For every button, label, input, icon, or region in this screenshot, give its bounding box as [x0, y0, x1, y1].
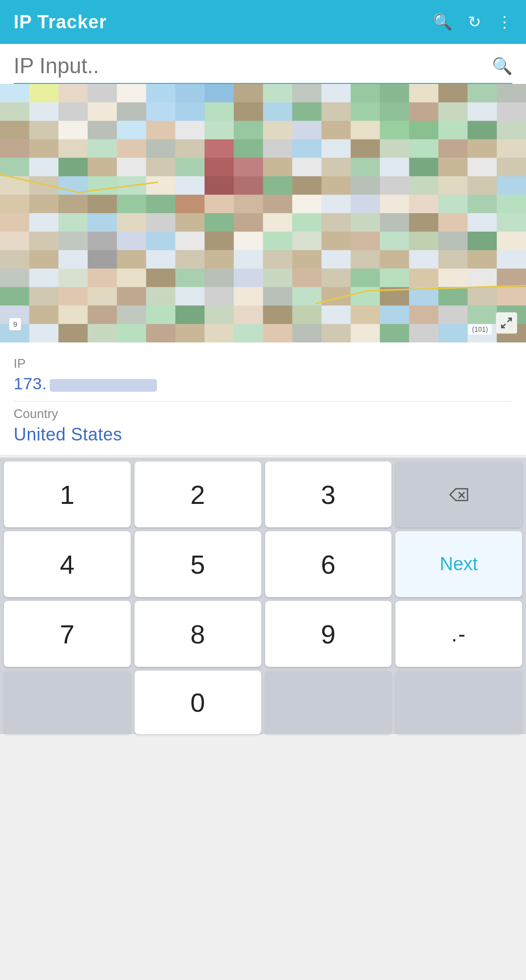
country-field-value: United States	[14, 424, 512, 455]
fullscreen-button[interactable]	[496, 312, 517, 334]
ip-divider	[14, 401, 512, 401]
ip-blurred	[50, 379, 157, 392]
key-4[interactable]: 4	[4, 531, 131, 597]
key-empty-middle	[265, 671, 392, 734]
key-empty-right	[395, 671, 522, 734]
refresh-icon[interactable]: ↻	[468, 13, 481, 31]
key-1[interactable]: 1	[4, 461, 131, 527]
key-next[interactable]: Next	[395, 531, 522, 597]
map-overlay-badge: (101)	[468, 324, 492, 335]
map-road-badge: 9	[9, 318, 21, 331]
key-9[interactable]: 9	[265, 601, 392, 667]
key-5[interactable]: 5	[135, 531, 261, 597]
more-options-icon[interactable]: ⋮	[497, 13, 512, 31]
key-dot-dash[interactable]: .-	[395, 601, 522, 667]
keyboard-row-1: 1 2 3	[4, 461, 522, 527]
country-field-label: Country	[14, 406, 512, 421]
keyboard-row-4: 0	[4, 671, 522, 734]
ip-field-value: 173.	[14, 374, 47, 393]
key-6[interactable]: 6	[265, 531, 392, 597]
app-title: IP Tracker	[14, 12, 433, 33]
app-bar: IP Tracker 🔍 ↻ ⋮	[0, 0, 526, 44]
map-view: 9 (101)	[0, 84, 526, 342]
ip-input-section: 🔍	[0, 44, 526, 84]
search-input-icon[interactable]: 🔍	[492, 56, 512, 76]
ip-input[interactable]	[14, 54, 492, 78]
key-7[interactable]: 7	[4, 601, 131, 667]
keyboard-row-2: 4 5 6 Next	[4, 531, 522, 597]
key-backspace[interactable]	[395, 461, 522, 527]
key-0[interactable]: 0	[135, 671, 261, 734]
key-empty-left	[4, 671, 131, 734]
ip-info-section: IP 173. Country United States	[0, 342, 526, 455]
key-8[interactable]: 8	[135, 601, 261, 667]
ip-field-label: IP	[14, 356, 512, 371]
key-3[interactable]: 3	[265, 461, 392, 527]
numeric-keyboard: 1 2 3 4 5 6 Next 7 8 9 .- 0	[0, 458, 526, 734]
app-bar-icons: 🔍 ↻ ⋮	[433, 13, 512, 31]
keyboard-row-3: 7 8 9 .-	[4, 601, 522, 667]
search-icon[interactable]: 🔍	[433, 13, 452, 31]
key-2[interactable]: 2	[135, 461, 261, 527]
